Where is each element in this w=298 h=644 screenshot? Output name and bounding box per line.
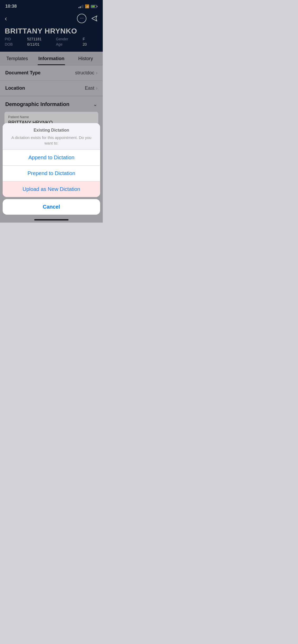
modal-overlay: Existing Dictation A dictation exists fo…	[0, 0, 103, 223]
modal-message: A dictation exists for this appointment.…	[8, 135, 95, 146]
modal-title: Existing Dictation	[8, 128, 95, 133]
append-dictation-button[interactable]: Append to Dictation	[3, 150, 100, 166]
prepend-dictation-button[interactable]: Prepend to Dictation	[3, 166, 100, 181]
modal-header: Existing Dictation A dictation exists fo…	[3, 123, 100, 150]
upload-new-dictation-button[interactable]: Upload as New Dictation	[3, 181, 100, 197]
existing-dictation-modal: Existing Dictation A dictation exists fo…	[3, 123, 100, 197]
cancel-button[interactable]: Cancel	[3, 199, 100, 215]
home-indicator	[34, 219, 69, 220]
